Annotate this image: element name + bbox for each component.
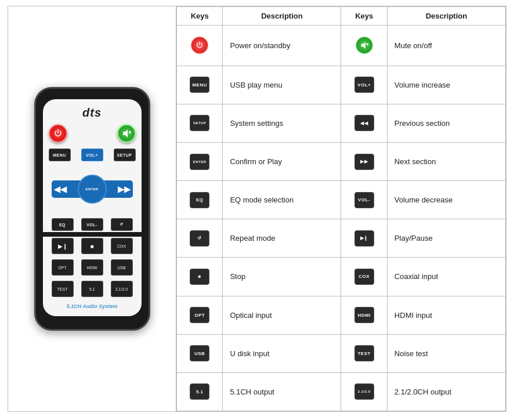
key-cell-1-2: VOL+	[341, 66, 387, 104]
key-cell-5-1: ↺	[177, 219, 223, 258]
table-row: ↺Repeat mode▶❙Play/Pause	[177, 219, 506, 258]
key-icon-menu: MENU	[190, 77, 209, 93]
key-cell-5-2: ▶❙	[341, 219, 387, 258]
key-cell-6-1: ■	[177, 258, 223, 296]
table-row: EQEQ mode selectionVOL-Volume decrease	[177, 181, 506, 219]
desc-cell-2-2: Previous section	[387, 104, 505, 142]
opt-btn[interactable]: OPT	[52, 259, 74, 276]
table-panel: Keys Description Keys Description Power …	[176, 6, 506, 411]
media-row: ▶❙ ■ COX	[52, 238, 133, 254]
desc-cell-5-2: Play/Pause	[387, 219, 505, 258]
key-cell-8-1: USB	[177, 334, 223, 372]
key-icon-eq: EQ	[190, 192, 209, 208]
key-icon-playpause: ▶❙	[354, 230, 374, 247]
eq-row: EQ VOL- ↺	[52, 218, 133, 231]
desc-cell-3-2: Next section	[387, 142, 505, 180]
col-desc-2: Description	[387, 7, 505, 26]
key-icon-next: ▶▶	[354, 154, 374, 170]
key-icon-setup: SETUP	[190, 115, 209, 131]
brand-logo: dts	[82, 106, 102, 120]
col-keys-1: Keys	[177, 7, 223, 26]
key-icon-stop: ■	[190, 269, 209, 285]
prev-btn[interactable]: ◀◀	[54, 184, 67, 194]
hdmi-btn[interactable]: HDMI	[81, 259, 103, 276]
col-desc-1: Description	[223, 7, 341, 26]
desc-cell-8-1: U disk input	[223, 334, 341, 372]
repeat-btn[interactable]: ↺	[111, 218, 133, 231]
test-btn[interactable]: TEST	[52, 281, 74, 297]
playpause-btn[interactable]: ▶❙	[52, 238, 74, 254]
volplus-btn[interactable]: VOL+	[81, 149, 103, 161]
table-row: 5.15.1CH output2.1/2.02.1/2.0CH output	[177, 372, 506, 411]
key-icon-repeat: ↺	[190, 230, 209, 247]
desc-cell-2-1: System settings	[223, 104, 341, 142]
power-button[interactable]	[49, 124, 67, 143]
cox-btn[interactable]: COX	[111, 238, 133, 254]
desc-cell-1-2: Volume increase	[387, 66, 505, 104]
stop-btn[interactable]: ■	[81, 238, 103, 254]
desc-cell-7-2: HDMI input	[387, 296, 505, 334]
remote-panel: dts MEN	[8, 6, 176, 411]
table-row: OPTOptical inputHDMIHDMI input	[177, 296, 506, 334]
main-container: dts MEN	[8, 6, 506, 412]
key-icon-51: 5.1	[190, 383, 209, 400]
key-cell-1-1: MENU	[177, 66, 223, 104]
table-row: USBU disk inputTESTNoise test	[177, 334, 506, 372]
remote-control: dts MEN	[34, 87, 150, 331]
menu-row: MENU VOL+ SETUP	[49, 149, 136, 161]
key-icon-volminus: VOL-	[354, 192, 374, 208]
usb-btn[interactable]: USB	[111, 259, 133, 276]
key-cell-7-1: OPT	[177, 296, 223, 334]
desc-cell-0-1: Power on/standby	[223, 26, 341, 66]
key-cell-0-2	[341, 26, 387, 66]
enter-btn[interactable]: ENTER	[78, 175, 107, 204]
key-icon-usb: USB	[190, 345, 209, 361]
key-cell-4-2: VOL-	[341, 181, 387, 219]
table-row: MENUUSB play menuVOL+Volume increase	[177, 66, 506, 104]
remote-bottom: ▶❙ ■ COX OPT HDMI USB TEST 5.1 2.1/2.0 5…	[43, 237, 142, 316]
eq-btn[interactable]: EQ	[52, 218, 74, 231]
test-row: TEST 5.1 2.1/2.0	[52, 281, 133, 297]
key-icon-test: TEST	[354, 345, 374, 361]
desc-cell-6-1: Stop	[223, 258, 341, 296]
desc-cell-8-2: Noise test	[387, 334, 505, 372]
key-cell-3-1: ENTER	[177, 142, 223, 180]
svg-marker-3	[361, 42, 365, 49]
key-icon-enter: ENTER	[190, 154, 209, 170]
table-row: ■StopCOXCoaxial input	[177, 258, 506, 296]
key-cell-3-2: ▶▶	[341, 142, 387, 180]
menu-btn[interactable]: MENU	[49, 149, 71, 161]
key-icon-opt: OPT	[190, 307, 209, 323]
desc-cell-1-1: USB play menu	[223, 66, 341, 104]
key-icon-power	[191, 37, 208, 54]
key-icon-mute	[356, 37, 373, 54]
key-cell-0-1	[177, 26, 223, 66]
desc-cell-9-1: 5.1CH output	[223, 372, 341, 411]
desc-cell-4-1: EQ mode selection	[223, 181, 341, 219]
system-label: 5.1CH Audio System	[67, 303, 118, 309]
key-cell-9-1: 5.1	[177, 372, 223, 411]
desc-cell-6-2: Coaxial input	[387, 258, 505, 296]
key-cell-9-2: 2.1/2.0	[341, 372, 387, 411]
table-row: SETUPSystem settings◀◀Previous section	[177, 104, 506, 142]
dpad: ◀◀ ▶▶ ENTER	[52, 166, 133, 212]
desc-cell-3-1: Confirm or Play	[223, 142, 341, 180]
twoone-btn[interactable]: 2.1/2.0	[111, 281, 133, 297]
next-btn[interactable]: ▶▶	[118, 184, 131, 194]
input-row: OPT HDMI USB	[52, 259, 133, 276]
mute-button[interactable]	[117, 124, 136, 143]
key-cell-7-2: HDMI	[341, 296, 387, 334]
setup-btn[interactable]: SETUP	[114, 149, 136, 161]
volminus-btn[interactable]: VOL-	[81, 218, 103, 231]
key-icon-cox: COX	[354, 269, 374, 285]
table-row: Power on/standbyMute on/off	[177, 26, 506, 66]
key-cell-4-1: EQ	[177, 181, 223, 219]
key-icon-hdmi: HDMI	[354, 307, 374, 323]
desc-cell-4-2: Volume decrease	[387, 181, 505, 219]
fiveone-btn[interactable]: 5.1	[81, 281, 103, 297]
enter-label: ENTER	[86, 187, 99, 191]
table-row: ENTERConfirm or Play▶▶Next section	[177, 142, 506, 180]
key-cell-8-2: TEST	[341, 334, 387, 372]
key-icon-volplus: VOL+	[354, 77, 374, 93]
table-header-row: Keys Description Keys Description	[177, 7, 506, 26]
